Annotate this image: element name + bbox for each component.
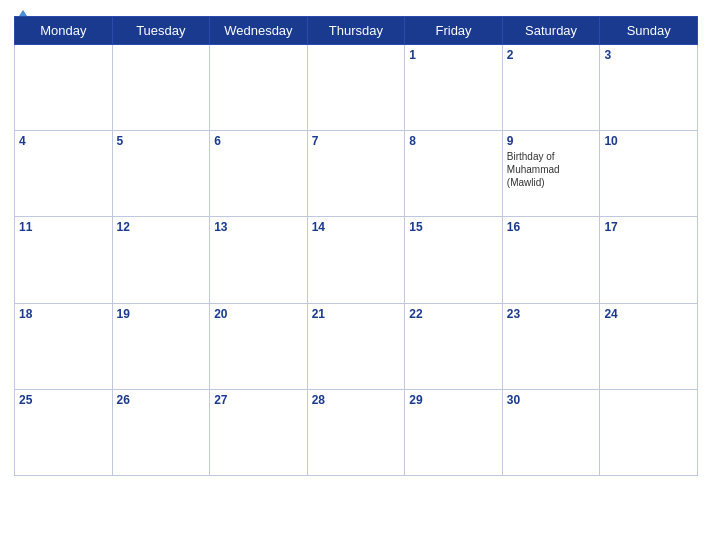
week-row-5: 252627282930 bbox=[15, 389, 698, 475]
calendar-cell: 29 bbox=[405, 389, 503, 475]
day-number: 22 bbox=[409, 307, 498, 321]
weekday-header-friday: Friday bbox=[405, 17, 503, 45]
day-number: 8 bbox=[409, 134, 498, 148]
day-number: 16 bbox=[507, 220, 596, 234]
calendar-cell bbox=[210, 45, 308, 131]
calendar-cell: 25 bbox=[15, 389, 113, 475]
day-number: 26 bbox=[117, 393, 206, 407]
calendar-cell: 5 bbox=[112, 131, 210, 217]
weekday-header-row: MondayTuesdayWednesdayThursdayFridaySatu… bbox=[15, 17, 698, 45]
calendar-cell bbox=[15, 45, 113, 131]
weekday-header-tuesday: Tuesday bbox=[112, 17, 210, 45]
calendar-cell: 6 bbox=[210, 131, 308, 217]
day-number: 24 bbox=[604, 307, 693, 321]
day-number: 13 bbox=[214, 220, 303, 234]
calendar-cell: 30 bbox=[502, 389, 600, 475]
calendar-cell: 10 bbox=[600, 131, 698, 217]
calendar-cell: 8 bbox=[405, 131, 503, 217]
calendar-cell: 27 bbox=[210, 389, 308, 475]
day-number: 23 bbox=[507, 307, 596, 321]
calendar-cell: 2 bbox=[502, 45, 600, 131]
day-number: 21 bbox=[312, 307, 401, 321]
day-number: 5 bbox=[117, 134, 206, 148]
week-row-4: 18192021222324 bbox=[15, 303, 698, 389]
calendar-cell bbox=[112, 45, 210, 131]
day-number: 1 bbox=[409, 48, 498, 62]
day-number: 29 bbox=[409, 393, 498, 407]
holiday-text: Birthday of Muhammad (Mawlid) bbox=[507, 150, 596, 189]
calendar-cell: 20 bbox=[210, 303, 308, 389]
day-number: 4 bbox=[19, 134, 108, 148]
svg-marker-1 bbox=[19, 10, 27, 16]
day-number: 27 bbox=[214, 393, 303, 407]
calendar-cell: 18 bbox=[15, 303, 113, 389]
calendar-cell: 15 bbox=[405, 217, 503, 303]
logo bbox=[14, 10, 35, 27]
day-number: 19 bbox=[117, 307, 206, 321]
calendar-cell: 3 bbox=[600, 45, 698, 131]
day-number: 25 bbox=[19, 393, 108, 407]
weekday-header-saturday: Saturday bbox=[502, 17, 600, 45]
day-number: 12 bbox=[117, 220, 206, 234]
week-row-3: 11121314151617 bbox=[15, 217, 698, 303]
calendar-cell: 14 bbox=[307, 217, 405, 303]
day-number: 10 bbox=[604, 134, 693, 148]
calendar-wrapper: MondayTuesdayWednesdayThursdayFridaySatu… bbox=[0, 0, 712, 550]
day-number: 11 bbox=[19, 220, 108, 234]
day-number: 3 bbox=[604, 48, 693, 62]
calendar-cell: 1 bbox=[405, 45, 503, 131]
calendar-cell: 22 bbox=[405, 303, 503, 389]
calendar-cell: 23 bbox=[502, 303, 600, 389]
calendar-table: MondayTuesdayWednesdayThursdayFridaySatu… bbox=[14, 16, 698, 476]
calendar-cell: 7 bbox=[307, 131, 405, 217]
day-number: 2 bbox=[507, 48, 596, 62]
calendar-cell: 19 bbox=[112, 303, 210, 389]
calendar-cell bbox=[307, 45, 405, 131]
day-number: 15 bbox=[409, 220, 498, 234]
calendar-cell: 16 bbox=[502, 217, 600, 303]
day-number: 9 bbox=[507, 134, 596, 148]
day-number: 14 bbox=[312, 220, 401, 234]
logo-icon bbox=[14, 10, 32, 26]
calendar-cell: 26 bbox=[112, 389, 210, 475]
week-row-1: 123 bbox=[15, 45, 698, 131]
calendar-cell: 11 bbox=[15, 217, 113, 303]
calendar-cell: 24 bbox=[600, 303, 698, 389]
calendar-cell: 13 bbox=[210, 217, 308, 303]
weekday-header-wednesday: Wednesday bbox=[210, 17, 308, 45]
calendar-cell: 12 bbox=[112, 217, 210, 303]
calendar-cell bbox=[600, 389, 698, 475]
day-number: 6 bbox=[214, 134, 303, 148]
calendar-cell: 17 bbox=[600, 217, 698, 303]
calendar-cell: 21 bbox=[307, 303, 405, 389]
week-row-2: 456789Birthday of Muhammad (Mawlid)10 bbox=[15, 131, 698, 217]
calendar-cell: 28 bbox=[307, 389, 405, 475]
day-number: 17 bbox=[604, 220, 693, 234]
day-number: 18 bbox=[19, 307, 108, 321]
calendar-cell: 9Birthday of Muhammad (Mawlid) bbox=[502, 131, 600, 217]
day-number: 20 bbox=[214, 307, 303, 321]
weekday-header-thursday: Thursday bbox=[307, 17, 405, 45]
day-number: 30 bbox=[507, 393, 596, 407]
weekday-header-sunday: Sunday bbox=[600, 17, 698, 45]
day-number: 28 bbox=[312, 393, 401, 407]
day-number: 7 bbox=[312, 134, 401, 148]
calendar-cell: 4 bbox=[15, 131, 113, 217]
